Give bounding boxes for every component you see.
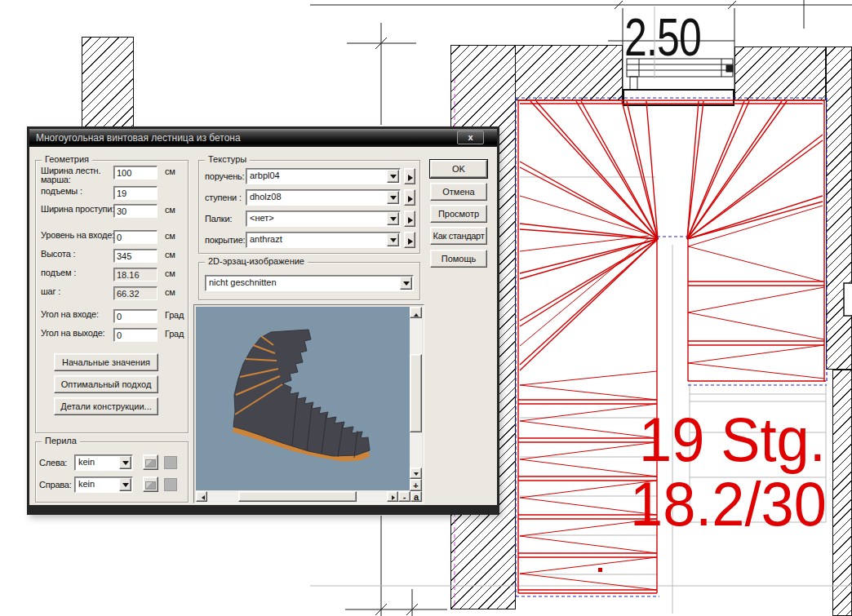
as-standard-button[interactable]: Как стандарт bbox=[430, 227, 487, 245]
row-coating-texture: покрытие: anthrazt bbox=[205, 230, 417, 250]
railing-left-select[interactable]: kein bbox=[74, 454, 133, 471]
railing-left-color-swatch[interactable] bbox=[164, 456, 177, 469]
arrow-right-icon bbox=[408, 217, 416, 224]
row-exit-angle: Угол на выходе: Град bbox=[41, 326, 200, 346]
vscroll-thumb[interactable] bbox=[410, 354, 422, 432]
railing-right-select[interactable]: kein bbox=[74, 476, 133, 493]
row-tread-width: Ширина проступи: см bbox=[41, 202, 200, 222]
arrow-right-icon bbox=[392, 495, 397, 500]
row-flight-width: Ширина лестн. марша: см bbox=[41, 164, 200, 184]
arrow-left-icon bbox=[199, 495, 205, 500]
entry-level-input[interactable] bbox=[113, 230, 158, 244]
balusters-texture-value: <нет> bbox=[250, 213, 274, 223]
steps-texture-select[interactable]: dholz08 bbox=[246, 189, 401, 206]
chevron-down-icon[interactable] bbox=[387, 233, 399, 246]
chevron-down-icon[interactable] bbox=[119, 456, 131, 469]
risers-input[interactable] bbox=[113, 186, 158, 200]
group-2d-ersatz-legend: 2D-эрзац-изображение bbox=[205, 256, 308, 266]
wall-hatch-top-a bbox=[515, 45, 623, 100]
wall-hatch-pier bbox=[82, 37, 134, 128]
railing-left-texture-button[interactable] bbox=[143, 454, 158, 470]
help-button[interactable]: Помощь bbox=[430, 250, 487, 268]
stair-count-label: 19 Stg. bbox=[639, 409, 826, 471]
height-label: Высота : bbox=[41, 250, 116, 259]
row-rise: подъем : см bbox=[41, 266, 200, 286]
construction-details-button[interactable]: Детали конструкции... bbox=[54, 397, 158, 415]
chevron-down-icon[interactable] bbox=[387, 170, 399, 183]
row-entry-angle: Угол на входе: Град bbox=[41, 308, 200, 327]
zoom-out-button[interactable]: - bbox=[398, 491, 410, 502]
height-input[interactable] bbox=[113, 249, 158, 263]
close-icon[interactable]: x bbox=[457, 131, 484, 144]
ersatz-select[interactable]: nicht geschnitten bbox=[205, 275, 414, 291]
row-height: Высота : см bbox=[41, 247, 200, 267]
flight-width-input[interactable] bbox=[113, 166, 158, 179]
scroll-right-button[interactable] bbox=[387, 491, 398, 502]
steps-texture-browse-button[interactable] bbox=[404, 189, 415, 206]
stair-3d-render bbox=[196, 307, 410, 490]
arrow-up-icon bbox=[414, 311, 419, 317]
wall-hatch-right-lower bbox=[832, 370, 852, 616]
reference-point bbox=[598, 568, 602, 572]
picture-icon bbox=[145, 459, 156, 468]
railing-right-label: Справа: bbox=[39, 480, 72, 490]
rise-input bbox=[113, 268, 158, 281]
window-niche bbox=[623, 90, 734, 105]
railing-left-value: kein bbox=[78, 457, 95, 467]
scroll-down-button[interactable] bbox=[410, 468, 422, 479]
entry-angle-input[interactable] bbox=[113, 309, 158, 323]
scroll-left-button[interactable] bbox=[196, 491, 207, 502]
entry-angle-label: Угол на входе: bbox=[41, 310, 116, 319]
chevron-down-icon[interactable] bbox=[387, 191, 399, 204]
railing-right-value: kein bbox=[78, 479, 95, 489]
risers-label: подъемы : bbox=[41, 187, 116, 196]
initial-values-button[interactable]: Начальные значения bbox=[54, 353, 158, 371]
flight-width-label: Ширина лестн. марша: bbox=[41, 166, 116, 184]
preview-button[interactable]: Просмотр bbox=[430, 205, 487, 223]
steps-texture-value: dholz08 bbox=[250, 192, 282, 202]
optimal-fit-button[interactable]: Оптимальный подход bbox=[54, 375, 158, 393]
group-geometry-legend: Геометрия bbox=[42, 154, 92, 164]
balusters-texture-select[interactable]: <нет> bbox=[246, 211, 401, 227]
balusters-texture-label: Палки: bbox=[205, 214, 232, 224]
exit-angle-input[interactable] bbox=[113, 328, 158, 342]
coating-texture-value: anthrazt bbox=[250, 234, 282, 244]
chevron-down-icon[interactable] bbox=[119, 478, 131, 491]
dimension-label: 2.50 bbox=[624, 11, 701, 64]
arrow-right-icon bbox=[408, 238, 416, 245]
handrail-texture-label: поручень: bbox=[205, 171, 244, 181]
cad-workspace: 2.50 19 Stg. 18.2/30 Многоугольная винто… bbox=[0, 0, 852, 616]
row-entry-level: Уровень на входе: см bbox=[41, 228, 200, 248]
handrail-texture-value: arbpl04 bbox=[250, 171, 280, 180]
hscroll-thumb[interactable] bbox=[238, 491, 357, 502]
picture-icon bbox=[145, 481, 156, 490]
balusters-texture-browse-button[interactable] bbox=[404, 211, 415, 227]
preview-3d-view[interactable] bbox=[196, 307, 410, 490]
coating-texture-select[interactable]: anthrazt bbox=[246, 232, 401, 248]
handrail-texture-select[interactable]: arbpl04 bbox=[246, 168, 401, 184]
row-handrail-texture: поручень: arbpl04 bbox=[205, 166, 417, 186]
chevron-down-icon[interactable] bbox=[387, 212, 399, 225]
railing-right-texture-button[interactable] bbox=[143, 476, 158, 492]
handrail-texture-browse-button[interactable] bbox=[404, 168, 415, 184]
ok-button[interactable]: OK bbox=[430, 160, 487, 178]
auto-zoom-button[interactable]: a bbox=[410, 491, 422, 502]
row-risers: подъемы : bbox=[41, 184, 200, 204]
scroll-up-button[interactable] bbox=[410, 307, 422, 318]
arrow-right-icon bbox=[408, 175, 416, 181]
step-input bbox=[113, 286, 158, 300]
dialog-title: Многоугольная винтовая лестница из бетон… bbox=[36, 132, 241, 144]
stair-dialog-body: Многоугольная винтовая лестница из бетон… bbox=[29, 129, 497, 505]
cancel-button[interactable]: Отмена bbox=[430, 183, 487, 201]
railing-right-color-swatch[interactable] bbox=[164, 478, 177, 491]
zoom-in-button[interactable]: + bbox=[410, 479, 422, 491]
row-steps-texture: ступени : dholz08 bbox=[205, 188, 417, 207]
ersatz-value: nicht geschnitten bbox=[209, 277, 277, 287]
rise-label: подъем : bbox=[41, 268, 116, 277]
chevron-down-icon[interactable] bbox=[400, 277, 412, 290]
coating-texture-browse-button[interactable] bbox=[404, 232, 415, 248]
tread-width-input[interactable] bbox=[113, 204, 158, 218]
exit-angle-label: Угол на выходе: bbox=[41, 329, 116, 338]
dialog-titlebar[interactable]: Многоугольная винтовая лестница из бетон… bbox=[29, 129, 497, 147]
steps-texture-label: ступени : bbox=[205, 193, 242, 202]
